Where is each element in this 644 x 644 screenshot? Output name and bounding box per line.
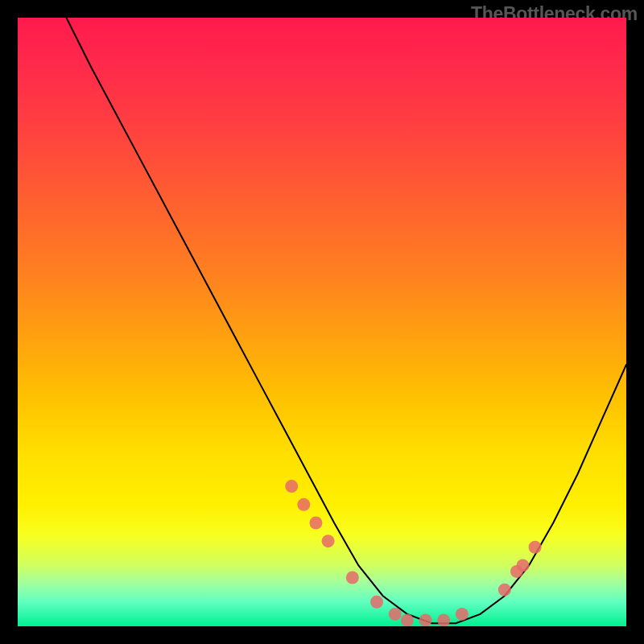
marker-point — [370, 596, 383, 609]
marker-point — [516, 559, 529, 572]
chart-container: TheBottleneck.com — [0, 0, 644, 644]
curve-svg — [18, 18, 626, 626]
plot-gradient-area — [18, 18, 626, 626]
marker-point — [297, 498, 310, 511]
marker-point — [309, 516, 322, 529]
marker-point — [456, 608, 469, 621]
marker-point — [346, 572, 359, 584]
marker-point — [498, 584, 511, 597]
marker-point — [437, 613, 450, 626]
marker-point — [419, 613, 432, 626]
marker-point — [322, 535, 335, 547]
marker-point — [529, 541, 542, 554]
marker-point — [389, 608, 402, 621]
marker-point — [401, 613, 414, 626]
marker-point — [285, 480, 298, 493]
bottleneck-curve — [66, 18, 626, 623]
